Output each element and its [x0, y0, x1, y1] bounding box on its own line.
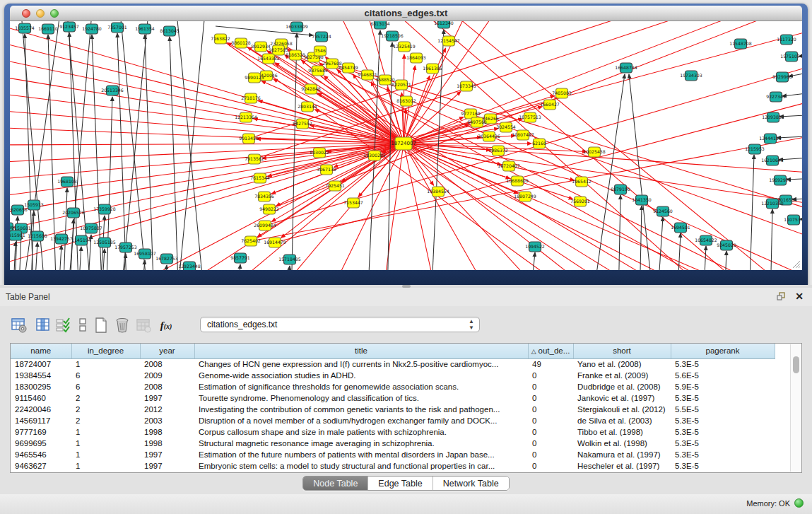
table-cell[interactable]: Corpus callosum shape and size in male p… [194, 426, 528, 438]
column-header-in_degree[interactable]: in_degree [71, 344, 140, 358]
table-cell[interactable]: 18300295 [11, 381, 71, 392]
table-cell[interactable]: 18724007 [11, 358, 71, 370]
table-row[interactable]: 1938455462009Genome-wide association stu… [11, 370, 775, 381]
network-window-titlebar[interactable]: citations_edges.txt [10, 6, 802, 21]
scrollbar-thumb[interactable] [793, 356, 799, 373]
table-row[interactable]: 1872400712008Changes of HCN gene express… [11, 358, 775, 370]
table-cell[interactable]: de Silva et al. (2003) [573, 415, 671, 426]
table-cell[interactable]: 14569117 [11, 415, 71, 426]
merge-rows-icon[interactable] [73, 316, 92, 334]
table-cell[interactable]: 2009 [140, 370, 194, 381]
select-rows-icon[interactable] [54, 316, 72, 334]
table-cell[interactable]: 6 [71, 370, 140, 381]
graph-edge[interactable] [92, 35, 102, 270]
table-cell[interactable]: 5.3E-5 [671, 415, 775, 426]
table-cell[interactable]: 5.3E-5 [671, 392, 775, 404]
table-row[interactable]: 1830029562008Estimation of significance … [11, 381, 775, 392]
graph-edge[interactable] [382, 144, 404, 270]
table-cell[interactable]: 1 [71, 426, 140, 438]
table-cell[interactable]: Hescheler et al. (1997) [573, 460, 671, 472]
table-row[interactable]: 969969511998Structural magnetic resonanc… [11, 438, 775, 449]
table-cell[interactable]: 1997 [140, 460, 194, 472]
window-resize-grip[interactable] [792, 259, 801, 269]
table-cell[interactable]: 9115460 [11, 392, 71, 404]
table-cell[interactable]: 1 [71, 438, 140, 449]
table-selector-dropdown[interactable]: citations_edges.txt ▲▼ [200, 317, 480, 332]
close-panel-icon[interactable]: ✕ [794, 291, 805, 302]
table-cell[interactable]: 2003 [140, 415, 194, 426]
graph-edge[interactable] [657, 217, 663, 270]
table-cell[interactable]: Investigating the contribution of common… [194, 404, 528, 415]
table-row[interactable]: 946362711997Embryonic stem cells: a mode… [11, 460, 775, 472]
table-cell[interactable]: 0 [528, 460, 573, 472]
table-cell[interactable]: 5.3E-5 [671, 449, 775, 460]
graph-edge[interactable] [10, 144, 404, 198]
graph-edge[interactable] [34, 243, 37, 270]
table-row[interactable]: 911546021997Tourette syndrome. Phenomeno… [11, 392, 775, 404]
table-cell[interactable]: 49 [528, 358, 573, 370]
tab-edge-table[interactable]: Edge Table [368, 477, 433, 490]
table-cell[interactable]: 2012 [140, 404, 194, 415]
table-cell[interactable]: 0 [528, 438, 573, 449]
graph-edge[interactable] [10, 127, 404, 144]
table-cell[interactable]: Jankovic et al. (1997) [573, 392, 671, 404]
table-cell[interactable]: Embryonic stem cells: a model to study s… [194, 460, 528, 472]
tab-network-table[interactable]: Network Table [433, 477, 509, 490]
table-cell[interactable]: Stergiakouli et al. (2012) [573, 404, 671, 415]
table-cell[interactable]: 5.9E-5 [671, 381, 775, 392]
graph-edge[interactable] [10, 144, 404, 163]
graph-edge[interactable] [703, 246, 706, 270]
graph-edge[interactable] [404, 144, 777, 270]
table-cell[interactable]: 2 [71, 415, 140, 426]
table-cell[interactable]: 0 [528, 404, 573, 415]
table-cell[interactable]: Dudbridge et al. (2008) [573, 381, 671, 392]
table-cell[interactable]: 5.6E-5 [671, 370, 775, 381]
table-cell[interactable]: Nakamura et al. (1997) [573, 449, 671, 460]
graph-edge[interactable] [275, 99, 802, 243]
graph-edge[interactable] [10, 144, 404, 233]
table-row[interactable]: 946554611997Estimation of the future num… [11, 449, 775, 460]
table-cell[interactable]: Disruption of a novel member of a sodium… [194, 415, 528, 426]
column-header-short[interactable]: short [573, 344, 671, 358]
table-row[interactable]: 1456911722003Disruption of a novel membe… [11, 415, 775, 426]
table-row[interactable]: 2242004622012Investigating the contribut… [11, 404, 775, 415]
table-cell[interactable]: Franke et al. (2009) [573, 370, 671, 381]
delete-column-icon[interactable] [113, 316, 131, 334]
table-cell[interactable]: 1997 [140, 449, 194, 460]
table-cell[interactable]: 9463627 [11, 460, 71, 472]
table-cell[interactable]: 1997 [140, 392, 194, 404]
network-canvas[interactable]: 1035574166911091234571924780735700119613… [10, 21, 802, 270]
table-vertical-scrollbar[interactable] [790, 344, 801, 472]
table-cell[interactable]: 5.3E-5 [671, 438, 775, 449]
graph-edge[interactable] [170, 37, 179, 270]
table-cell[interactable]: 22420046 [11, 404, 71, 415]
function-builder-icon[interactable]: f(x) [157, 316, 175, 334]
graph-edge[interactable] [69, 33, 79, 270]
show-columns-icon[interactable] [34, 316, 52, 334]
table-cell[interactable]: 2008 [140, 358, 194, 370]
table-cell[interactable]: 0 [528, 370, 573, 381]
graph-edge[interactable] [424, 21, 763, 270]
table-cell[interactable]: 19384554 [11, 370, 71, 381]
table-cell[interactable]: 0 [528, 426, 573, 438]
graph-edge[interactable] [10, 144, 404, 269]
table-cell[interactable]: 2008 [140, 381, 194, 392]
table-cell[interactable]: 1 [71, 358, 140, 370]
graph-edge[interactable] [10, 144, 404, 251]
column-header-pagerank[interactable]: pagerank [671, 344, 775, 358]
graph-edge[interactable] [530, 252, 535, 270]
table-cell[interactable]: 6 [71, 381, 140, 392]
tab-node-table[interactable]: Node Table [303, 477, 368, 490]
memory-indicator[interactable]: Memory: OK [746, 498, 804, 508]
table-cell[interactable]: Changes of HCN gene expression and I(f) … [194, 358, 528, 370]
table-cell[interactable]: 0 [528, 381, 573, 392]
graph-edge[interactable] [63, 188, 67, 270]
graph-edge[interactable] [259, 100, 404, 144]
column-header-title[interactable]: title [194, 344, 528, 358]
graph-edge[interactable] [78, 247, 81, 270]
graph-edge[interactable] [640, 206, 642, 270]
table-cell[interactable]: 1998 [140, 426, 194, 438]
table-cell[interactable]: Wolkin et al. (1998) [573, 438, 671, 449]
table-cell[interactable]: 9465546 [11, 449, 71, 460]
new-column-icon[interactable] [92, 316, 110, 334]
